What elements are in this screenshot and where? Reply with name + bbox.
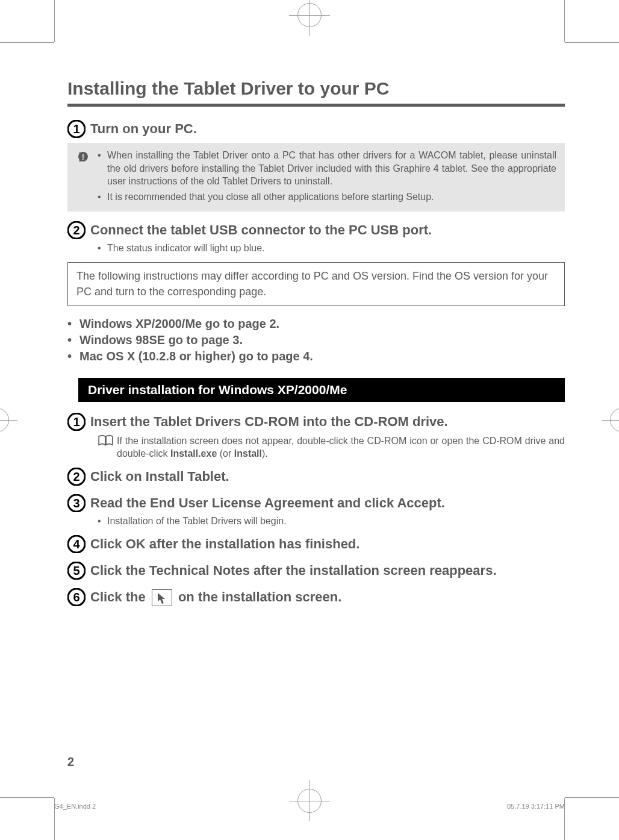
os-item-1: Windows XP/2000/Me go to page 2.	[79, 317, 279, 331]
svg-text:1: 1	[73, 415, 79, 428]
page-title: Installing the Tablet Driver to your PC	[67, 78, 565, 107]
registration-mark-right	[610, 408, 619, 432]
svg-text:4: 4	[73, 538, 80, 551]
registration-mark-top	[297, 3, 322, 27]
step-2-icon: 2	[67, 221, 86, 239]
step-2-title: Connect the tablet USB connector to the …	[90, 221, 432, 239]
win-step-6-title: Click the on the installation screen.	[90, 588, 341, 606]
warning-box: ⋮!⋮ •When installing the Tablet Driver o…	[67, 143, 565, 212]
win-step-1-icon: 1	[67, 413, 86, 431]
footer-left: G4_EN.indd 2	[54, 803, 96, 810]
book-icon	[98, 434, 114, 460]
win-step-5-icon: 5	[67, 562, 86, 580]
svg-text:2: 2	[73, 224, 79, 237]
warning-text-2: It is recommended that you close all oth…	[107, 190, 556, 204]
os-item-2: Windows 98SE go to page 3.	[79, 333, 243, 347]
svg-text:2: 2	[73, 470, 79, 483]
svg-text:!: !	[82, 152, 84, 161]
win-step-6-icon: 6	[67, 588, 86, 606]
win-step-3-sub: Installation of the Tablet Drivers will …	[107, 516, 287, 527]
win-step-4-title: Click OK after the installation has fini…	[90, 535, 359, 553]
win-step-4-icon: 4	[67, 535, 86, 553]
svg-text:⋮: ⋮	[89, 151, 92, 163]
win-step-2-title: Click on Install Tablet.	[90, 468, 229, 486]
svg-text:1: 1	[73, 122, 79, 136]
win-step-1-title: Insert the Tablet Drivers CD-ROM into th…	[90, 413, 448, 431]
warning-text-1: When installing the Tablet Driver onto a…	[107, 149, 556, 188]
svg-text:3: 3	[73, 497, 79, 510]
os-item-3: Mac OS X (10.2.8 or higher) go to page 4…	[79, 349, 313, 363]
warning-icon: ⋮!⋮	[75, 150, 92, 163]
win-step-5-title: Click the Technical Notes after the inst…	[90, 562, 497, 580]
tip-1-text: If the installation screen does not appe…	[117, 434, 565, 460]
section-title: Driver installation for Windows XP/2000/…	[78, 378, 565, 402]
cursor-icon	[152, 589, 172, 606]
step-1-title: Turn on your PC.	[90, 120, 197, 138]
footer-right: 05.7.19 3:17:11 PM	[507, 803, 565, 810]
page-number: 2	[67, 755, 74, 769]
svg-text:5: 5	[73, 564, 79, 577]
step-1-icon: 1	[67, 120, 86, 138]
win-step-3-icon: 3	[67, 494, 86, 512]
print-footer: G4_EN.indd 2 05.7.19 3:17:11 PM	[54, 803, 565, 810]
win-step-3-title: Read the End User License Agreement and …	[90, 494, 445, 512]
svg-text:6: 6	[73, 591, 79, 604]
step-2-sub: The status indicator will light up blue.	[107, 243, 264, 254]
registration-mark-left	[0, 408, 9, 432]
win-step-2-icon: 2	[67, 468, 86, 486]
os-note-box: The following instructions may differ ac…	[67, 262, 565, 306]
